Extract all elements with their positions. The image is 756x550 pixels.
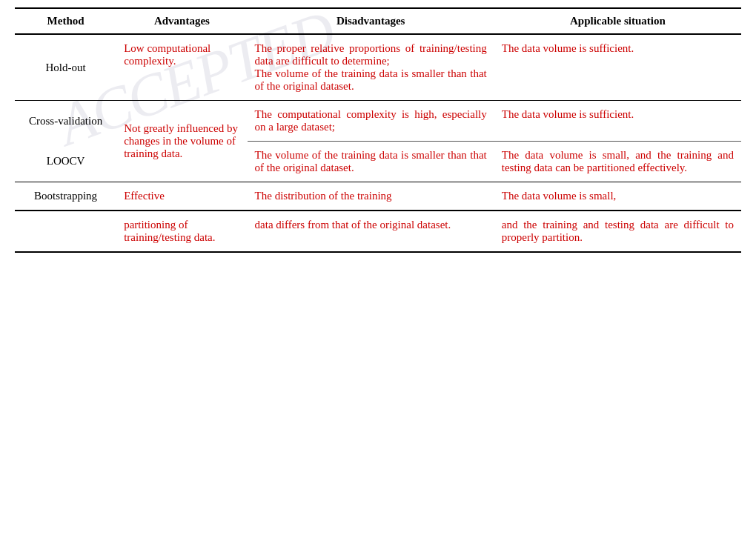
- bootstrapping-disadvantages-cont: data differs from that of the original d…: [248, 211, 494, 252]
- bootstrapping-advantages-top: Effective: [116, 182, 247, 211]
- row-holdout: Hold-out Low computational complexity. T…: [15, 34, 741, 101]
- table-container: ACCEPTED Method Advantages Disadvantages…: [15, 7, 741, 253]
- header-method: Method: [15, 8, 116, 34]
- holdout-disadvantages: The proper relative proportions of train…: [248, 34, 494, 101]
- row-bootstrapping: Bootstrapping Effective The distribution…: [15, 182, 741, 211]
- bootstrapping-method: Bootstrapping: [15, 182, 116, 211]
- comparison-table: Method Advantages Disadvantages Applicab…: [15, 7, 741, 253]
- bootstrapping-advantages-cont: partitioning of training/testing data.: [116, 211, 247, 252]
- holdout-applicable: The data volume is sufficient.: [494, 34, 741, 101]
- row-cross-validation: Cross-validation Not greatly influenced …: [15, 101, 741, 142]
- loocv-applicable-text: The data volume is small, and the traini…: [502, 149, 734, 173]
- row-bootstrapping-cont: partitioning of training/testing data. d…: [15, 211, 741, 252]
- cross-loocv-advantages-text: Not greatly influenced by changes in the…: [124, 122, 238, 159]
- loocv-method: LOOCV: [15, 142, 116, 182]
- cross-disadv-text: The computational complexity is high, es…: [255, 108, 487, 133]
- holdout-method: Hold-out: [15, 34, 116, 101]
- holdout-disadv-text: The proper relative proportions of train…: [255, 42, 487, 92]
- loocv-disadv-text: The volume of the training data is small…: [255, 149, 487, 173]
- holdout-applicable-text: The data volume is sufficient.: [502, 42, 634, 54]
- bootstrapping-applicable-top-text: The data volume is small,: [502, 190, 617, 202]
- bootstrapping-advantages-top-text: Effective: [124, 190, 165, 202]
- bootstrapping-disadvantages-top: The distribution of the training: [248, 182, 494, 211]
- holdout-advantages: Low computational complexity.: [116, 34, 247, 101]
- cross-applicable-text: The data volume is sufficient.: [502, 108, 634, 120]
- holdout-advantages-text: Low computational complexity.: [124, 42, 210, 67]
- bootstrapping-applicable-cont-text: and the training and testing data are di…: [502, 219, 734, 243]
- header-disadvantages: Disadvantages: [248, 8, 494, 34]
- header-row: Method Advantages Disadvantages Applicab…: [15, 8, 741, 34]
- loocv-disadvantages: The volume of the training data is small…: [248, 142, 494, 182]
- loocv-applicable: The data volume is small, and the traini…: [494, 142, 741, 182]
- cross-loocv-advantages: Not greatly influenced by changes in the…: [116, 101, 247, 182]
- header-advantages: Advantages: [116, 8, 247, 34]
- cross-validation-applicable: The data volume is sufficient.: [494, 101, 741, 142]
- bootstrapping-cont-method: [15, 211, 116, 252]
- bootstrapping-disadv-cont-text: data differs from that of the original d…: [255, 219, 451, 231]
- bootstrapping-applicable-top: The data volume is small,: [494, 182, 741, 211]
- cross-validation-disadvantages: The computational complexity is high, es…: [248, 101, 494, 142]
- bootstrapping-applicable-cont: and the training and testing data are di…: [494, 211, 741, 252]
- cross-validation-method: Cross-validation: [15, 101, 116, 142]
- header-applicable: Applicable situation: [494, 8, 741, 34]
- bootstrapping-advantages-cont-text: partitioning of training/testing data.: [124, 219, 215, 243]
- bootstrapping-disadv-top-text: The distribution of the training: [255, 190, 392, 202]
